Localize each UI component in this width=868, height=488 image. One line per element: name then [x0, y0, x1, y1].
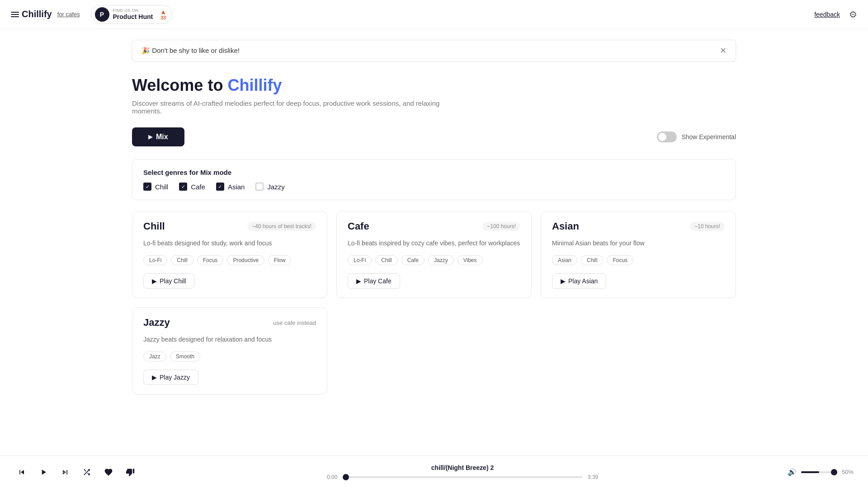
card-duration-chill: ~40 hours of best tracks! — [247, 222, 316, 231]
toggle-row: Show Experimental — [657, 131, 736, 142]
header-right: feedback ⚙ — [814, 9, 857, 20]
card-desc-chill: Lo-fi beats designed for study, work and… — [143, 239, 316, 248]
skip-forward-icon — [61, 468, 70, 477]
card-desc-jazzy: Jazzy beats designed for relaxation and … — [143, 335, 316, 344]
app-header: Chillify for cafes P FIND US ON Product … — [0, 0, 868, 29]
genre-checkbox-asian[interactable]: ✓ Asian — [216, 183, 245, 191]
shuffle-icon — [82, 468, 91, 477]
empty-card-3 — [541, 307, 736, 394]
play-jazzy-icon: ▶ — [152, 374, 157, 381]
product-hunt-badge[interactable]: P FIND US ON Product Hunt ▲ 33 — [91, 5, 173, 24]
progress-bar[interactable] — [343, 476, 582, 478]
brand-name: Chillify — [22, 9, 52, 19]
settings-button[interactable]: ⚙ — [849, 9, 857, 20]
ph-count: 33 — [160, 15, 166, 20]
progress-knob[interactable] — [343, 474, 349, 480]
tags-row-chill: Lo-Fi Chill Focus Productive Flow — [143, 255, 316, 265]
tag: Lo-Fi — [348, 255, 372, 265]
play-jazzy-button[interactable]: ▶ Play Jazzy — [143, 370, 198, 385]
skip-forward-button[interactable] — [58, 465, 72, 479]
ph-text-group: FIND US ON Product Hunt — [113, 8, 153, 21]
genre-checkbox-jazzy[interactable]: Jazzy — [255, 183, 284, 191]
tag: Lo-Fi — [143, 255, 167, 265]
card-header-asian: Asian ~10 hours! — [552, 221, 725, 232]
notification-icon: 🎉 — [142, 47, 152, 54]
shuffle-button[interactable] — [80, 465, 94, 479]
card-header-jazzy: Jazzy use cafe instead — [143, 317, 316, 328]
tags-row-jazzy: Jazz Smooth — [143, 352, 316, 361]
for-cafes-link[interactable]: for cafes — [57, 11, 80, 18]
dislike-button[interactable] — [123, 465, 137, 479]
play-icon: ▶ — [148, 134, 152, 140]
notification-text: 🎉 Don't be shy to like or dislike! — [142, 47, 240, 55]
card-title-chill: Chill — [143, 221, 165, 232]
tag: Productive — [227, 255, 264, 265]
card-header-chill: Chill ~40 hours of best tracks! — [143, 221, 316, 232]
ph-icon: P — [95, 7, 109, 22]
tag: Flow — [268, 255, 291, 265]
genre-cards-grid-bottom: Jazzy use cafe instead Jazzy beats desig… — [132, 307, 736, 394]
card-duration-jazzy: use cafe instead — [273, 319, 316, 326]
genres-panel: Select genres for Mix mode ✓ Chill ✓ Caf… — [132, 159, 736, 200]
volume-icon: 🔊 — [788, 468, 797, 476]
skip-back-button[interactable] — [14, 465, 29, 479]
card-header-cafe: Cafe ~100 hours! — [348, 221, 520, 232]
card-duration-cafe: ~100 hours! — [482, 222, 520, 231]
card-duration-asian: ~10 hours! — [690, 222, 725, 231]
tag: Jazzy — [428, 255, 454, 265]
volume-slider[interactable] — [801, 471, 837, 473]
main-content: 🎉 Don't be shy to like or dislike! ✕ Wel… — [0, 0, 868, 394]
ph-name: Product Hunt — [113, 13, 153, 21]
play-asian-icon: ▶ — [561, 277, 566, 285]
heart-icon — [104, 468, 113, 477]
checkbox-asian: ✓ — [216, 183, 224, 191]
genre-checkbox-chill[interactable]: ✓ Chill — [143, 183, 168, 191]
card-desc-cafe: Lo-fi beats inspired by cozy cafe vibes,… — [348, 239, 520, 248]
tags-row-cafe: Lo-Fi Chill Cafe Jazzy Vibes — [348, 255, 520, 265]
genre-card-chill: Chill ~40 hours of best tracks! Lo-fi be… — [132, 211, 327, 298]
track-name: chill/(Night Breeze) 2 — [431, 464, 494, 471]
feedback-link[interactable]: feedback — [814, 11, 840, 18]
welcome-title: Welcome to Chillify — [132, 76, 736, 95]
play-pause-button[interactable] — [36, 465, 51, 479]
tag: Jazz — [143, 352, 166, 361]
card-title-cafe: Cafe — [348, 221, 369, 232]
welcome-subtitle: Discover streams of AI-crafted melodies … — [132, 99, 471, 115]
genre-checkbox-cafe[interactable]: ✓ Cafe — [179, 183, 205, 191]
tag: Chill — [171, 255, 193, 265]
brand-highlight: Chillify — [227, 76, 282, 94]
time-total: 3:39 — [588, 474, 598, 480]
genre-card-jazzy: Jazzy use cafe instead Jazzy beats desig… — [132, 307, 327, 394]
volume-fill — [801, 471, 819, 473]
play-cafe-button[interactable]: ▶ Play Cafe — [348, 273, 400, 289]
tag: Chill — [581, 255, 603, 265]
play-asian-button[interactable]: ▶ Play Asian — [552, 273, 606, 289]
tag: Smooth — [170, 352, 200, 361]
tag: Focus — [197, 255, 224, 265]
genres-panel-title: Select genres for Mix mode — [143, 169, 725, 176]
card-desc-asian: Minimal Asian beats for your flow — [552, 239, 725, 248]
play-icon — [39, 468, 48, 477]
like-button[interactable] — [101, 465, 116, 479]
experimental-toggle[interactable] — [657, 131, 677, 142]
volume-knob[interactable] — [831, 469, 837, 475]
player-bar: chill/(Night Breeze) 2 0:00 3:39 🔊 50% — [0, 455, 868, 488]
tag: Chill — [375, 255, 397, 265]
mix-button[interactable]: ▶ Mix — [132, 127, 184, 146]
play-cafe-icon: ▶ — [356, 277, 361, 285]
play-chill-icon: ▶ — [152, 277, 157, 285]
experimental-label: Show Experimental — [681, 133, 736, 141]
genre-cards-grid: Chill ~40 hours of best tracks! Lo-fi be… — [132, 211, 736, 298]
empty-card-2 — [336, 307, 532, 394]
tags-row-asian: Asian Chill Focus — [552, 255, 725, 265]
notification-close-button[interactable]: ✕ — [720, 47, 726, 55]
player-progress: chill/(Night Breeze) 2 0:00 3:39 — [146, 464, 778, 480]
logo-group: Chillify for cafes P FIND US ON Product … — [11, 5, 172, 24]
dislike-icon — [126, 468, 135, 477]
tag: Asian — [552, 255, 577, 265]
menu-icon — [11, 12, 19, 17]
play-chill-button[interactable]: ▶ Play Chill — [143, 273, 194, 289]
checkbox-cafe: ✓ — [179, 183, 187, 191]
brand-link[interactable]: Chillify — [11, 9, 52, 19]
skip-back-icon — [17, 468, 26, 477]
